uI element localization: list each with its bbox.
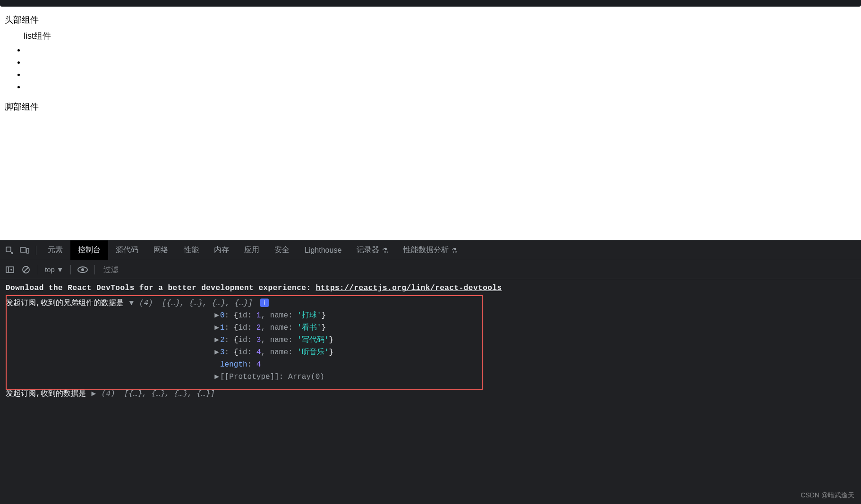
tab-sources[interactable]: 源代码 [108, 240, 146, 260]
page-viewport: 头部组件 list组件 脚部组件 [0, 7, 861, 240]
header-component-text: 头部组件 [5, 14, 856, 26]
browser-chrome-top [0, 0, 861, 7]
chevron-down-icon: ▼ [57, 265, 64, 273]
tab-elements[interactable]: 元素 [40, 240, 70, 260]
filter-input[interactable] [100, 264, 194, 276]
divider [36, 246, 36, 255]
svg-rect-1 [20, 248, 26, 252]
array-prototype-row[interactable]: ▶[[Prototype]]: Array(0) [6, 371, 861, 383]
devtools-tab-bar: 元素 控制台 源代码 网络 性能 内存 应用 安全 Lighthouse 记录器… [0, 240, 861, 260]
console-output[interactable]: Download the React DevTools for a better… [0, 279, 861, 504]
console-message-react: Download the React DevTools for a better… [6, 282, 861, 294]
tab-performance-insights[interactable]: 性能数据分析⚗ [396, 240, 465, 260]
console-log-2[interactable]: 发起订阅,收到的数据是 ▶ (4) [{…}, {…}, {…}, {…}] [6, 388, 861, 400]
svg-rect-2 [26, 248, 29, 253]
list-item [26, 56, 856, 68]
array-item-row[interactable]: ▶0: {id: 1, name: '打球'} [6, 309, 861, 322]
clear-console-icon[interactable] [19, 263, 33, 276]
console-toolbar: top ▼ [0, 260, 861, 279]
tab-security[interactable]: 安全 [267, 240, 297, 260]
live-expression-icon[interactable] [76, 263, 90, 276]
caret-down-icon[interactable]: ▼ [128, 297, 135, 309]
react-devtools-link[interactable]: https://reactjs.org/link/react-devtools [316, 284, 502, 292]
array-item-row[interactable]: ▶1: {id: 2, name: '看书'} [6, 322, 861, 334]
context-label: top [45, 265, 55, 273]
caret-right-icon[interactable]: ▶ [213, 346, 220, 359]
caret-right-icon[interactable]: ▶ [213, 334, 220, 346]
tab-memory[interactable]: 内存 [206, 240, 237, 260]
console-log-1[interactable]: 发起订阅,收到的兄弟组件的数据是 ▼ (4) [{…}, {…}, {…}, {… [6, 297, 861, 309]
list-item [26, 80, 856, 93]
divider [94, 265, 95, 274]
list-item [26, 43, 856, 56]
context-selector[interactable]: top ▼ [43, 265, 66, 273]
list-component-label: list组件 [24, 30, 856, 42]
info-badge-icon[interactable]: i [260, 299, 269, 307]
tab-lighthouse[interactable]: Lighthouse [297, 240, 349, 260]
list-component [26, 43, 856, 93]
divider [70, 265, 71, 274]
tab-performance[interactable]: 性能 [176, 240, 206, 260]
devtools-panel: 元素 控制台 源代码 网络 性能 内存 应用 安全 Lighthouse 记录器… [0, 240, 861, 504]
array-length-row[interactable]: length: 4 [6, 359, 861, 371]
divider [38, 265, 38, 274]
watermark: CSDN @暗武逢天 [801, 489, 854, 501]
device-toolbar-icon[interactable] [18, 244, 31, 257]
list-item [26, 68, 856, 80]
array-item-row[interactable]: ▶3: {id: 4, name: '听音乐'} [6, 346, 861, 359]
flask-icon: ⚗ [452, 247, 458, 254]
caret-right-icon[interactable]: ▶ [213, 322, 220, 334]
footer-component-text: 脚部组件 [5, 101, 856, 112]
flask-icon: ⚗ [382, 247, 388, 254]
tab-console[interactable]: 控制台 [70, 240, 108, 260]
toggle-sidebar-icon[interactable] [3, 263, 17, 276]
caret-right-icon[interactable]: ▶ [213, 371, 220, 383]
inspect-element-icon[interactable] [3, 244, 16, 257]
caret-right-icon[interactable]: ▶ [213, 309, 220, 322]
tab-recorder[interactable]: 记录器⚗ [349, 240, 396, 260]
tab-application[interactable]: 应用 [237, 240, 267, 260]
caret-right-icon[interactable]: ▶ [90, 388, 97, 400]
svg-point-6 [81, 268, 84, 271]
tab-network[interactable]: 网络 [146, 240, 176, 260]
array-item-row[interactable]: ▶2: {id: 3, name: '写代码'} [6, 334, 861, 346]
